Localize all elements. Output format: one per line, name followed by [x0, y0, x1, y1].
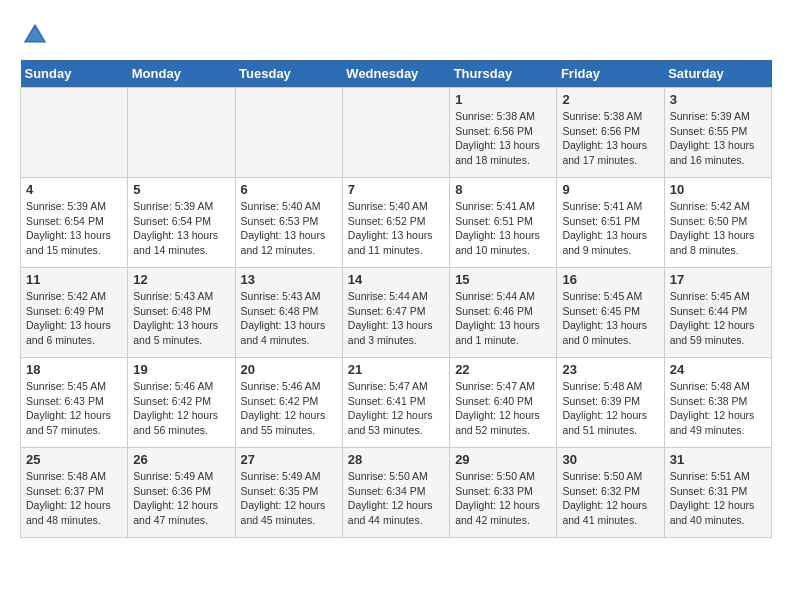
calendar-cell: 11Sunrise: 5:42 AM Sunset: 6:49 PM Dayli…	[21, 268, 128, 358]
day-info: Sunrise: 5:45 AM Sunset: 6:44 PM Dayligh…	[670, 289, 766, 348]
day-number: 29	[455, 452, 551, 467]
week-row-4: 18Sunrise: 5:45 AM Sunset: 6:43 PM Dayli…	[21, 358, 772, 448]
header	[20, 20, 772, 50]
calendar-cell: 4Sunrise: 5:39 AM Sunset: 6:54 PM Daylig…	[21, 178, 128, 268]
day-number: 5	[133, 182, 229, 197]
day-number: 14	[348, 272, 444, 287]
calendar-cell: 29Sunrise: 5:50 AM Sunset: 6:33 PM Dayli…	[450, 448, 557, 538]
day-info: Sunrise: 5:39 AM Sunset: 6:54 PM Dayligh…	[133, 199, 229, 258]
logo-icon	[20, 20, 50, 50]
calendar-cell: 23Sunrise: 5:48 AM Sunset: 6:39 PM Dayli…	[557, 358, 664, 448]
day-number: 15	[455, 272, 551, 287]
day-info: Sunrise: 5:40 AM Sunset: 6:53 PM Dayligh…	[241, 199, 337, 258]
calendar-cell	[21, 88, 128, 178]
week-row-2: 4Sunrise: 5:39 AM Sunset: 6:54 PM Daylig…	[21, 178, 772, 268]
weekday-header-sunday: Sunday	[21, 60, 128, 88]
day-number: 6	[241, 182, 337, 197]
day-info: Sunrise: 5:44 AM Sunset: 6:47 PM Dayligh…	[348, 289, 444, 348]
day-number: 16	[562, 272, 658, 287]
day-number: 27	[241, 452, 337, 467]
calendar-cell: 14Sunrise: 5:44 AM Sunset: 6:47 PM Dayli…	[342, 268, 449, 358]
calendar-cell: 3Sunrise: 5:39 AM Sunset: 6:55 PM Daylig…	[664, 88, 771, 178]
calendar-cell: 26Sunrise: 5:49 AM Sunset: 6:36 PM Dayli…	[128, 448, 235, 538]
calendar-cell: 2Sunrise: 5:38 AM Sunset: 6:56 PM Daylig…	[557, 88, 664, 178]
calendar-cell: 30Sunrise: 5:50 AM Sunset: 6:32 PM Dayli…	[557, 448, 664, 538]
week-row-1: 1Sunrise: 5:38 AM Sunset: 6:56 PM Daylig…	[21, 88, 772, 178]
weekday-header-friday: Friday	[557, 60, 664, 88]
week-row-3: 11Sunrise: 5:42 AM Sunset: 6:49 PM Dayli…	[21, 268, 772, 358]
day-info: Sunrise: 5:46 AM Sunset: 6:42 PM Dayligh…	[241, 379, 337, 438]
day-info: Sunrise: 5:39 AM Sunset: 6:55 PM Dayligh…	[670, 109, 766, 168]
calendar-cell: 31Sunrise: 5:51 AM Sunset: 6:31 PM Dayli…	[664, 448, 771, 538]
day-number: 21	[348, 362, 444, 377]
day-number: 18	[26, 362, 122, 377]
day-number: 9	[562, 182, 658, 197]
calendar-cell: 10Sunrise: 5:42 AM Sunset: 6:50 PM Dayli…	[664, 178, 771, 268]
day-info: Sunrise: 5:39 AM Sunset: 6:54 PM Dayligh…	[26, 199, 122, 258]
day-number: 2	[562, 92, 658, 107]
day-info: Sunrise: 5:50 AM Sunset: 6:33 PM Dayligh…	[455, 469, 551, 528]
day-number: 4	[26, 182, 122, 197]
day-info: Sunrise: 5:44 AM Sunset: 6:46 PM Dayligh…	[455, 289, 551, 348]
day-info: Sunrise: 5:49 AM Sunset: 6:35 PM Dayligh…	[241, 469, 337, 528]
day-info: Sunrise: 5:47 AM Sunset: 6:41 PM Dayligh…	[348, 379, 444, 438]
day-info: Sunrise: 5:45 AM Sunset: 6:45 PM Dayligh…	[562, 289, 658, 348]
day-number: 11	[26, 272, 122, 287]
day-info: Sunrise: 5:40 AM Sunset: 6:52 PM Dayligh…	[348, 199, 444, 258]
day-number: 24	[670, 362, 766, 377]
calendar-cell: 1Sunrise: 5:38 AM Sunset: 6:56 PM Daylig…	[450, 88, 557, 178]
weekday-header-row: SundayMondayTuesdayWednesdayThursdayFrid…	[21, 60, 772, 88]
day-number: 8	[455, 182, 551, 197]
calendar-cell: 7Sunrise: 5:40 AM Sunset: 6:52 PM Daylig…	[342, 178, 449, 268]
weekday-header-monday: Monday	[128, 60, 235, 88]
day-info: Sunrise: 5:41 AM Sunset: 6:51 PM Dayligh…	[562, 199, 658, 258]
weekday-header-saturday: Saturday	[664, 60, 771, 88]
day-number: 23	[562, 362, 658, 377]
calendar-container: SundayMondayTuesdayWednesdayThursdayFrid…	[20, 20, 772, 538]
day-number: 25	[26, 452, 122, 467]
day-number: 22	[455, 362, 551, 377]
day-info: Sunrise: 5:47 AM Sunset: 6:40 PM Dayligh…	[455, 379, 551, 438]
calendar-cell: 16Sunrise: 5:45 AM Sunset: 6:45 PM Dayli…	[557, 268, 664, 358]
weekday-header-tuesday: Tuesday	[235, 60, 342, 88]
calendar-cell	[128, 88, 235, 178]
calendar-cell: 9Sunrise: 5:41 AM Sunset: 6:51 PM Daylig…	[557, 178, 664, 268]
day-number: 3	[670, 92, 766, 107]
day-number: 10	[670, 182, 766, 197]
day-info: Sunrise: 5:43 AM Sunset: 6:48 PM Dayligh…	[241, 289, 337, 348]
calendar-cell: 28Sunrise: 5:50 AM Sunset: 6:34 PM Dayli…	[342, 448, 449, 538]
calendar-cell: 20Sunrise: 5:46 AM Sunset: 6:42 PM Dayli…	[235, 358, 342, 448]
day-info: Sunrise: 5:48 AM Sunset: 6:37 PM Dayligh…	[26, 469, 122, 528]
day-number: 20	[241, 362, 337, 377]
day-info: Sunrise: 5:48 AM Sunset: 6:39 PM Dayligh…	[562, 379, 658, 438]
calendar-cell	[235, 88, 342, 178]
weekday-header-wednesday: Wednesday	[342, 60, 449, 88]
calendar-cell: 8Sunrise: 5:41 AM Sunset: 6:51 PM Daylig…	[450, 178, 557, 268]
day-info: Sunrise: 5:42 AM Sunset: 6:49 PM Dayligh…	[26, 289, 122, 348]
day-info: Sunrise: 5:41 AM Sunset: 6:51 PM Dayligh…	[455, 199, 551, 258]
day-number: 28	[348, 452, 444, 467]
day-number: 30	[562, 452, 658, 467]
day-info: Sunrise: 5:51 AM Sunset: 6:31 PM Dayligh…	[670, 469, 766, 528]
day-info: Sunrise: 5:46 AM Sunset: 6:42 PM Dayligh…	[133, 379, 229, 438]
calendar-cell: 18Sunrise: 5:45 AM Sunset: 6:43 PM Dayli…	[21, 358, 128, 448]
calendar-table: SundayMondayTuesdayWednesdayThursdayFrid…	[20, 60, 772, 538]
day-number: 19	[133, 362, 229, 377]
day-number: 12	[133, 272, 229, 287]
logo	[20, 20, 54, 50]
calendar-cell: 25Sunrise: 5:48 AM Sunset: 6:37 PM Dayli…	[21, 448, 128, 538]
calendar-cell: 22Sunrise: 5:47 AM Sunset: 6:40 PM Dayli…	[450, 358, 557, 448]
day-info: Sunrise: 5:45 AM Sunset: 6:43 PM Dayligh…	[26, 379, 122, 438]
calendar-cell: 5Sunrise: 5:39 AM Sunset: 6:54 PM Daylig…	[128, 178, 235, 268]
weekday-header-thursday: Thursday	[450, 60, 557, 88]
calendar-cell: 17Sunrise: 5:45 AM Sunset: 6:44 PM Dayli…	[664, 268, 771, 358]
day-number: 1	[455, 92, 551, 107]
day-info: Sunrise: 5:49 AM Sunset: 6:36 PM Dayligh…	[133, 469, 229, 528]
day-info: Sunrise: 5:50 AM Sunset: 6:34 PM Dayligh…	[348, 469, 444, 528]
day-info: Sunrise: 5:43 AM Sunset: 6:48 PM Dayligh…	[133, 289, 229, 348]
day-number: 17	[670, 272, 766, 287]
day-number: 31	[670, 452, 766, 467]
day-info: Sunrise: 5:38 AM Sunset: 6:56 PM Dayligh…	[455, 109, 551, 168]
day-number: 7	[348, 182, 444, 197]
week-row-5: 25Sunrise: 5:48 AM Sunset: 6:37 PM Dayli…	[21, 448, 772, 538]
